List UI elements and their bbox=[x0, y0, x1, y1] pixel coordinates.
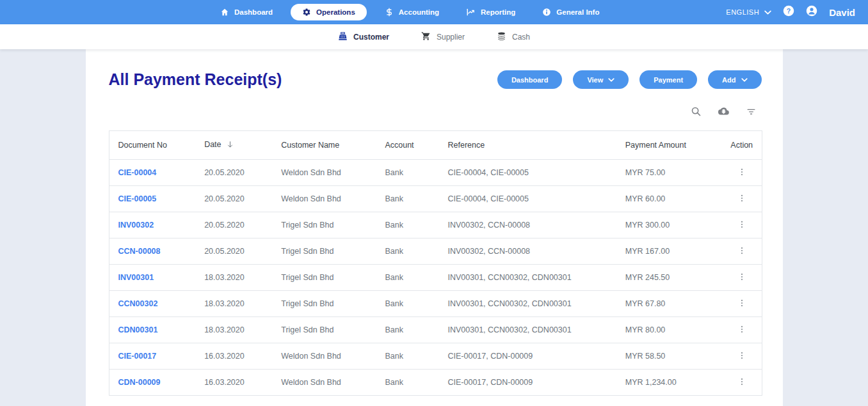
document-link[interactable]: CDN00301 bbox=[118, 325, 158, 334]
table-row: CIE-00004 20.05.2020 Weldon Sdn Bhd Bank… bbox=[109, 160, 762, 186]
sort-descending-icon[interactable] bbox=[226, 142, 234, 151]
add-button[interactable]: Add bbox=[708, 70, 761, 89]
cash-register-icon bbox=[338, 31, 348, 43]
document-link[interactable]: CCN00302 bbox=[118, 299, 158, 308]
reference-cell: INV00301, CCN00302, CDN00301 bbox=[438, 291, 616, 317]
search-icon[interactable] bbox=[691, 106, 702, 120]
payment-button[interactable]: Payment bbox=[639, 70, 697, 89]
subnav-item-label: Cash bbox=[512, 33, 530, 42]
action-cell bbox=[722, 317, 762, 343]
customer-name-cell: Trigel Sdn Bhd bbox=[272, 291, 376, 317]
button-label: Dashboard bbox=[511, 76, 548, 84]
table-toolbar bbox=[109, 106, 762, 120]
action-cell bbox=[722, 238, 762, 265]
column-header-payment-amount[interactable]: Payment Amount bbox=[616, 131, 722, 160]
user-name[interactable]: David bbox=[829, 7, 855, 18]
document-no-cell: CIE-00005 bbox=[109, 186, 195, 212]
document-link[interactable]: INV00301 bbox=[118, 273, 154, 282]
nav-item-operations[interactable]: Operations bbox=[291, 4, 367, 20]
cloud-download-icon[interactable] bbox=[717, 106, 730, 120]
gears-icon bbox=[302, 8, 311, 17]
nav-item-accounting[interactable]: Accounting bbox=[376, 4, 448, 20]
document-no-cell: CCN00302 bbox=[109, 291, 195, 317]
row-actions-kebab-icon[interactable] bbox=[737, 272, 746, 284]
reference-cell: INV00302, CCN-00008 bbox=[438, 238, 616, 265]
nav-item-reporting[interactable]: Reporting bbox=[457, 4, 524, 20]
help-icon[interactable]: ? bbox=[783, 5, 794, 19]
customer-name-cell: Weldon Sdn Bhd bbox=[272, 370, 376, 396]
row-actions-kebab-icon[interactable] bbox=[737, 350, 746, 363]
button-label: Add bbox=[722, 76, 735, 84]
action-cell bbox=[722, 186, 762, 212]
account-cell: Bank bbox=[376, 238, 438, 265]
row-actions-kebab-icon[interactable] bbox=[737, 298, 746, 310]
table-row: CCN-00008 20.05.2020 Trigel Sdn Bhd Bank… bbox=[109, 238, 762, 265]
subnav-item-label: Customer bbox=[353, 33, 389, 42]
filter-icon[interactable] bbox=[746, 107, 757, 119]
customer-name-cell: Trigel Sdn Bhd bbox=[272, 265, 376, 291]
payment-amount-cell: MYR 67.80 bbox=[616, 291, 722, 317]
document-link[interactable]: CIE-00004 bbox=[118, 168, 157, 177]
row-actions-kebab-icon[interactable] bbox=[737, 219, 746, 231]
view-button[interactable]: View bbox=[573, 70, 629, 89]
document-link[interactable]: INV00302 bbox=[118, 221, 154, 230]
reference-cell: INV00301, CCN00302, CDN00301 bbox=[438, 265, 616, 291]
document-link[interactable]: CIE-00017 bbox=[118, 352, 157, 361]
table-header-row: Document No Date Customer Name Account R… bbox=[109, 131, 762, 160]
action-cell bbox=[722, 160, 762, 186]
row-actions-kebab-icon[interactable] bbox=[737, 246, 746, 258]
table-row: CDN-00009 16.03.2020 Weldon Sdn Bhd Bank… bbox=[109, 370, 762, 396]
account-cell: Bank bbox=[376, 317, 438, 343]
row-actions-kebab-icon[interactable] bbox=[737, 193, 746, 205]
column-header-document-no[interactable]: Document No bbox=[109, 131, 195, 160]
row-actions-kebab-icon[interactable] bbox=[737, 324, 746, 336]
document-link[interactable]: CCN-00008 bbox=[118, 247, 161, 256]
subnav-item-cash[interactable]: Cash bbox=[497, 31, 530, 43]
subnav-item-customer[interactable]: Customer bbox=[338, 31, 389, 43]
document-link[interactable]: CIE-00005 bbox=[118, 194, 157, 203]
table-row: CIE-00017 16.03.2020 Weldon Sdn Bhd Bank… bbox=[109, 343, 762, 370]
language-selector[interactable]: ENGLISH bbox=[726, 8, 771, 16]
row-actions-kebab-icon[interactable] bbox=[737, 377, 746, 389]
action-cell bbox=[722, 291, 762, 317]
document-no-cell: CCN-00008 bbox=[109, 238, 195, 265]
table-row: INV00301 18.03.2020 Trigel Sdn Bhd Bank … bbox=[109, 265, 762, 291]
action-cell bbox=[722, 212, 762, 238]
document-no-cell: CIE-00004 bbox=[109, 160, 195, 186]
document-no-cell: CDN-00009 bbox=[109, 370, 195, 396]
button-label: View bbox=[587, 76, 603, 84]
document-no-cell: CIE-00017 bbox=[109, 343, 195, 370]
page-body: All Payment Receipt(s) Dashboard View Pa… bbox=[0, 49, 868, 406]
chevron-down-icon bbox=[608, 78, 615, 82]
row-actions-kebab-icon[interactable] bbox=[737, 167, 746, 179]
nav-item-general-info[interactable]: General Info bbox=[533, 4, 608, 20]
account-icon[interactable] bbox=[806, 5, 817, 19]
account-cell: Bank bbox=[376, 160, 438, 186]
table-row: CDN00301 18.03.2020 Trigel Sdn Bhd Bank … bbox=[109, 317, 762, 343]
table-row: CIE-00005 20.05.2020 Weldon Sdn Bhd Bank… bbox=[109, 186, 762, 212]
column-header-reference[interactable]: Reference bbox=[438, 131, 616, 160]
document-link[interactable]: CDN-00009 bbox=[118, 378, 161, 387]
column-header-customer-name[interactable]: Customer Name bbox=[272, 131, 376, 160]
customer-name-cell: Trigel Sdn Bhd bbox=[272, 212, 376, 238]
customer-name-cell: Trigel Sdn Bhd bbox=[272, 238, 376, 265]
document-no-cell: INV00301 bbox=[109, 265, 195, 291]
home-icon bbox=[220, 8, 229, 17]
nav-item-label: Reporting bbox=[481, 8, 515, 16]
column-header-account[interactable]: Account bbox=[376, 131, 438, 160]
dollar-icon bbox=[385, 8, 394, 17]
date-cell: 20.05.2020 bbox=[195, 160, 272, 186]
dashboard-button[interactable]: Dashboard bbox=[497, 70, 562, 89]
payment-amount-cell: MYR 1,234.00 bbox=[616, 370, 722, 396]
date-cell: 20.05.2020 bbox=[195, 238, 272, 265]
action-cell bbox=[722, 343, 762, 370]
payment-receipts-table: Document No Date Customer Name Account R… bbox=[109, 130, 762, 396]
payment-amount-cell: MYR 300.00 bbox=[616, 212, 722, 238]
coins-icon bbox=[497, 31, 506, 43]
document-no-cell: CDN00301 bbox=[109, 317, 195, 343]
reference-cell: CIE-00017, CDN-00009 bbox=[438, 370, 616, 396]
nav-item-dashboard[interactable]: Dashboard bbox=[211, 4, 282, 20]
column-header-date[interactable]: Date bbox=[195, 131, 272, 160]
subnav-item-supplier[interactable]: Supplier bbox=[421, 31, 465, 43]
reference-cell: INV00302, CCN-00008 bbox=[438, 212, 616, 238]
